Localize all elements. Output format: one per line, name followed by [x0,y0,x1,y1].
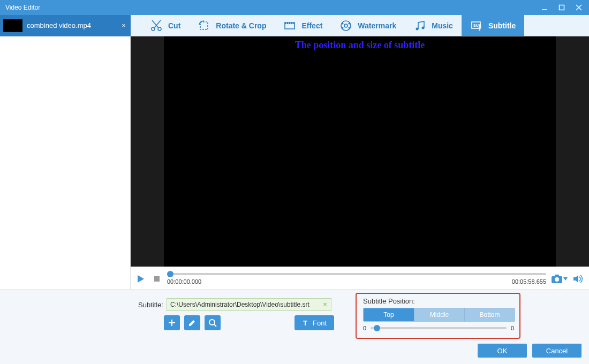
ok-button[interactable]: OK [478,344,527,358]
subtitle-path-input[interactable] [167,298,331,311]
maximize-button[interactable] [554,2,570,13]
playback-controls: 00:00:00.000 00:05:58.655 [131,267,589,289]
svg-rect-29 [555,275,559,277]
position-slider[interactable] [371,327,507,329]
file-tab-close-icon[interactable]: × [120,21,127,29]
svg-point-30 [555,277,559,282]
svg-text:T: T [478,26,481,32]
cancel-button[interactable]: Cancel [532,344,582,358]
position-bottom-button[interactable]: Bottom [464,308,515,321]
minimize-button[interactable] [537,2,553,13]
svg-point-20 [349,27,350,28]
svg-point-22 [422,26,425,29]
font-button[interactable]: T Font [294,315,334,330]
video-frame: The position and size of subtitle [164,36,556,267]
svg-point-35 [209,320,215,325]
svg-rect-8 [200,22,208,29]
cut-icon [150,19,163,32]
position-top-button[interactable]: Top [364,308,414,321]
tab-label: Effect [301,21,322,30]
file-tab[interactable]: combined video.mp4 × [0,15,131,36]
sidebar [0,36,131,289]
position-slider-max: 0 [511,325,514,331]
stop-button[interactable] [151,273,163,285]
svg-text:T: T [303,319,307,327]
svg-marker-31 [563,277,568,280]
svg-point-15 [341,21,351,31]
seek-slider[interactable]: 00:00:00.000 00:05:58.655 [167,271,546,287]
tab-music[interactable]: Music [405,15,462,36]
svg-point-21 [416,27,419,30]
svg-rect-27 [154,276,160,282]
subtitle-settings-panel: Subtitle: × T Font Subtitle Position: To… [0,289,589,364]
tab-label: Watermark [358,21,396,30]
font-icon: T [302,319,309,327]
rotate-crop-icon [198,19,210,32]
font-button-label: Font [313,319,327,327]
volume-button[interactable] [572,272,585,285]
svg-point-17 [342,22,344,24]
svg-point-16 [344,24,348,27]
play-button[interactable] [135,273,147,285]
watermark-icon [339,19,352,32]
edit-subtitle-button[interactable] [184,315,200,330]
subtitle-path-label: Subtitle: [138,301,163,309]
snapshot-button[interactable] [550,272,563,285]
file-tabs-area: combined video.mp4 × [0,15,131,36]
svg-marker-32 [573,275,578,283]
snapshot-dropdown-icon[interactable] [563,277,568,280]
window-title: Video Editor [5,4,537,11]
effect-icon [283,19,296,32]
svg-line-36 [214,324,216,327]
subtitle-position-group: Top Middle Bottom [363,308,515,322]
close-button[interactable] [571,2,587,13]
video-preview: The position and size of subtitle [131,36,589,267]
file-thumbnail [3,19,22,32]
time-total: 00:05:58.655 [512,278,546,285]
tab-rotate-crop[interactable]: Rotate & Crop [189,15,275,36]
position-slider-thumb[interactable] [374,325,380,331]
svg-point-19 [342,27,344,28]
position-slider-min: 0 [363,325,366,331]
title-bar: Video Editor [0,0,589,15]
position-middle-button[interactable]: Middle [414,308,464,321]
search-subtitle-button[interactable] [205,315,221,330]
svg-rect-1 [560,5,564,10]
svg-point-18 [349,22,350,24]
tab-label: Subtitle [488,21,516,30]
tab-subtitle[interactable]: SUBT Subtitle [462,15,524,36]
subtitle-position-label: Subtitle Position: [363,297,415,305]
subtitle-icon: SUBT [470,19,483,32]
music-icon [413,19,426,32]
tab-cut[interactable]: Cut [141,15,189,36]
tab-label: Cut [168,21,180,30]
tab-label: Music [432,21,453,30]
subtitle-preview-text: The position and size of subtitle [164,36,556,51]
time-current: 00:00:00.000 [167,278,201,285]
tab-watermark[interactable]: Watermark [331,15,405,36]
tab-label: Rotate & Crop [216,21,266,30]
file-name: combined video.mp4 [27,21,116,29]
tab-effect[interactable]: Effect [275,15,331,36]
clear-subtitle-icon[interactable]: × [321,300,329,309]
svg-marker-26 [138,275,144,283]
add-subtitle-button[interactable] [164,315,180,330]
tool-tabs: Cut Rotate & Crop Effect Watermark Music [131,15,589,36]
